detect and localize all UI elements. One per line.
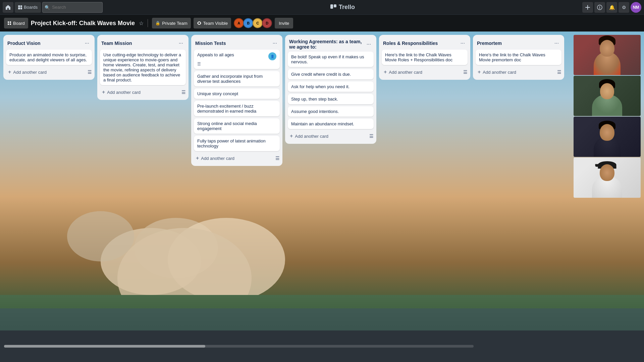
list-header-premortem: Premortem ··· — [476, 38, 561, 50]
list-menu-button-premortem[interactable]: ··· — [553, 39, 560, 48]
card-mission-tests-6[interactable]: Fully taps power of latest animation tec… — [194, 136, 280, 151]
card-working-agreements-6[interactable]: Maintain an abundance mindset. — [288, 119, 374, 129]
archive-icon-working-agreements[interactable]: ☰ — [369, 133, 374, 139]
person2-head — [600, 83, 614, 99]
plus-icon: + — [196, 155, 199, 161]
card-mission-tests-1[interactable]: Appeals to all ages 👤 ☰ — [194, 50, 280, 69]
card-working-agreements-5[interactable]: Assume good intentions. — [288, 106, 374, 117]
person4-head — [600, 164, 614, 181]
private-team-button[interactable]: 🔒 Private Team — [152, 18, 191, 28]
member-avatar-2[interactable]: B — [243, 18, 253, 28]
card-roles-1[interactable]: Here's the link to the Chalk Waves Movie… — [382, 50, 468, 65]
list-menu-button-working-agreements[interactable]: ··· — [365, 40, 372, 49]
list-header-working-agreements: Working Agreements: as a team, we agree … — [288, 38, 374, 52]
list-menu-button-mission-tests[interactable]: ··· — [271, 39, 278, 48]
card-working-agreements-4[interactable]: Step up, then step back. — [288, 94, 374, 104]
team-visible-button[interactable]: Team Visible — [194, 18, 231, 28]
video-tile-4 — [574, 158, 641, 198]
svg-rect-4 — [10, 21, 11, 23]
list-team-mission: Team Mission ··· Use cutting-edge techno… — [97, 35, 189, 100]
add-card-button-working-agreements[interactable]: + Add another card — [288, 131, 369, 141]
plus-icon: + — [102, 89, 105, 95]
list-product-vision: Product Vision ··· Produce an animated m… — [3, 35, 95, 80]
board-title: Project Kick-off: Chalk Waves Movie — [31, 20, 135, 27]
list-title-mission-tests: Mission Tests — [195, 41, 226, 46]
card-team-mission-1[interactable]: Use cutting-edge technology to deliver a… — [100, 50, 186, 85]
archive-icon-team-mission[interactable]: ☰ — [181, 89, 186, 95]
person3-head — [600, 124, 614, 141]
add-card-button-roles[interactable]: + Add another card — [382, 67, 463, 77]
info-button[interactable] — [594, 2, 605, 13]
list-title-roles-responsibilities: Roles & Responsibilities — [383, 41, 438, 46]
board-menu-button[interactable]: Board — [4, 18, 28, 28]
add-card-button-premortem[interactable]: + Add another card — [476, 67, 557, 77]
boards-label: Boards — [24, 5, 38, 10]
plus-icon: + — [8, 69, 11, 75]
svg-rect-1 — [334, 4, 336, 7]
scrollbar-track[interactable] — [4, 345, 474, 348]
member-avatar-3[interactable]: C — [253, 18, 263, 28]
svg-rect-3 — [8, 21, 9, 23]
card-working-agreements-2[interactable]: Give credit where credit is due. — [288, 69, 374, 79]
home-button[interactable] — [3, 2, 13, 13]
card-icon-row: ☰ — [197, 62, 276, 66]
search-wrapper: 🔍 — [42, 2, 103, 13]
add-card-row-product-vision: + Add another card ☰ — [6, 67, 92, 77]
add-card-row-mission-tests: + Add another card ☰ — [194, 153, 280, 163]
svg-rect-0 — [330, 4, 333, 9]
list-mission-tests: Mission Tests ··· Appeals to all ages 👤 … — [191, 35, 282, 166]
scrollbar-thumb[interactable] — [4, 345, 205, 348]
video-tile-3 — [574, 117, 641, 157]
settings-button[interactable]: ⚙ — [619, 2, 629, 13]
list-roles-responsibilities: Roles & Responsibilities ··· Here's the … — [379, 35, 470, 80]
person1-head — [600, 40, 614, 57]
user-avatar[interactable]: NM — [631, 2, 641, 13]
add-card-row-roles: + Add another card ☰ — [382, 67, 468, 77]
list-title-team-mission: Team Mission — [101, 41, 132, 46]
team-visible-label: Team Visible — [203, 21, 228, 26]
board-header: Board Project Kick-off: Chalk Waves Movi… — [0, 15, 644, 32]
member-avatar-4[interactable]: D — [262, 18, 272, 28]
add-card-button-mission-tests[interactable]: + Add another card — [194, 153, 275, 163]
plus-icon: + — [290, 133, 293, 139]
notifications-button[interactable]: 🔔 — [606, 2, 617, 13]
card-working-agreements-1[interactable]: Be bold! Speak up even if it makes us ne… — [288, 52, 374, 67]
archive-icon-product-vision[interactable]: ☰ — [88, 69, 92, 75]
private-team-label: Private Team — [162, 21, 187, 26]
list-title-premortem: Premortem — [477, 41, 502, 46]
add-card-button-product-vision[interactable]: + Add another card — [6, 67, 88, 77]
attachment-icon: ☰ — [197, 62, 201, 66]
members-row: A B C D — [234, 18, 272, 28]
nav-right-actions: 🔔 ⚙ NM — [582, 2, 641, 13]
card-mission-tests-4[interactable]: Pre-launch excitement / buzz demonstrate… — [194, 101, 280, 116]
star-button[interactable]: ☆ — [139, 20, 144, 26]
list-menu-button-roles-responsibilities[interactable]: ··· — [459, 39, 466, 48]
list-header-team-mission: Team Mission ··· — [100, 38, 186, 50]
card-working-agreements-3[interactable]: Ask for help when you need it. — [288, 81, 374, 92]
card-mission-tests-2[interactable]: Gather and incorporate input from divers… — [194, 71, 280, 86]
search-input[interactable] — [42, 2, 103, 13]
invite-button[interactable]: Invite — [275, 18, 293, 28]
list-menu-button-team-mission[interactable]: ··· — [177, 39, 184, 48]
add-card-row-premortem: + Add another card ☰ — [476, 67, 561, 77]
svg-rect-5 — [8, 23, 9, 25]
plus-icon: + — [384, 69, 387, 75]
top-navigation: Boards 🔍 Trello 🔔 ⚙ NM — [0, 0, 644, 15]
card-product-vision-1[interactable]: Produce an animated movie to surprise, e… — [6, 50, 92, 65]
card-premortem-1[interactable]: Here's the link to the Chalk Waves Movie… — [476, 50, 561, 65]
list-header-roles-responsibilities: Roles & Responsibilities ··· — [382, 38, 468, 50]
create-button[interactable] — [582, 2, 593, 13]
archive-icon-premortem[interactable]: ☰ — [557, 69, 561, 75]
list-premortem: Premortem ··· Here's the link to the Cha… — [473, 35, 564, 80]
card-mission-tests-3[interactable]: Unique story concept — [194, 88, 280, 99]
list-menu-button-product-vision[interactable]: ··· — [84, 39, 91, 48]
boards-button[interactable]: Boards — [15, 2, 41, 13]
member-avatar-1[interactable]: A — [234, 18, 244, 28]
archive-icon-roles[interactable]: ☰ — [463, 69, 468, 75]
card-mission-tests-5[interactable]: Strong online and social media engagemen… — [194, 118, 280, 134]
add-card-button-team-mission[interactable]: + Add another card — [100, 87, 181, 97]
plus-icon: + — [478, 69, 481, 75]
lists-container: Product Vision ··· Produce an animated m… — [3, 35, 564, 166]
archive-icon-mission-tests[interactable]: ☰ — [275, 156, 280, 161]
list-header-mission-tests: Mission Tests ··· — [194, 38, 280, 50]
